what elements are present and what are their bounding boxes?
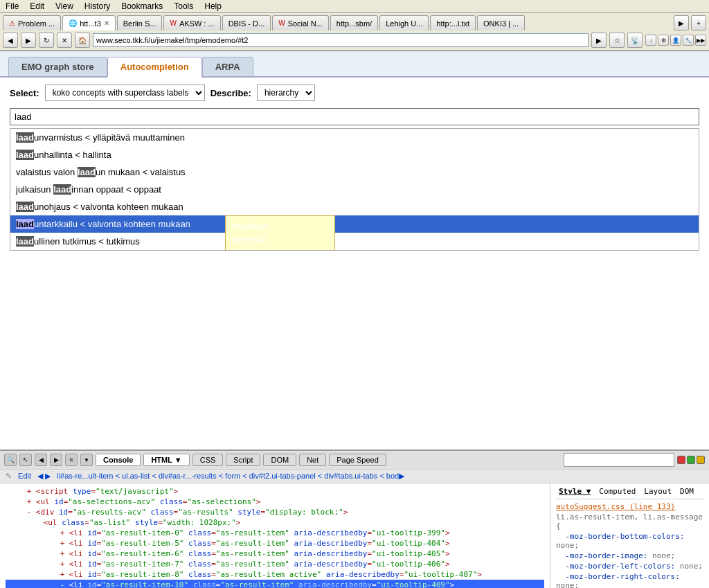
highlight-3: laad [53, 184, 71, 195]
devtools-toolbar: 🔍 ↖ ◀ ▶ ≡ ▼ Console HTML ▼ CSS Script DO… [0, 451, 709, 470]
tooltip-line-1: prosessit [233, 233, 327, 247]
nav-extra-5[interactable]: ▶▶ [695, 35, 706, 46]
html-line-8[interactable]: + <li id="as-result-item-8" class="as-re… [6, 569, 544, 580]
tab-close-icon[interactable]: ✕ [104, 19, 109, 27]
browser-tab-5[interactable]: W Social N... [272, 15, 329, 30]
devtools-tab-script[interactable]: Script [226, 454, 260, 466]
devtools-edit-btn[interactable]: Edit [18, 472, 31, 480]
devtools-icon-forward[interactable]: ▶ [50, 454, 62, 466]
ac-pre-3: julkaisun [16, 184, 53, 195]
app-tab-autocompletion[interactable]: Autocompletion [107, 57, 202, 78]
stop-btn[interactable]: ✕ [57, 33, 72, 48]
menu-file[interactable]: File [6, 1, 19, 11]
html-line-3[interactable]: <ul class="as-list" style="width: 1028px… [6, 517, 544, 528]
nav-extra-1[interactable]: ↓ [645, 35, 656, 46]
nav-bar: ◀ ▶ ↻ ✕ 🏠 ▶ ☆ 📡 ↓ ⚙ 👤 🔧 ▶▶ [0, 30, 709, 51]
breadcrumb-text: li#as-re...ult-item < ul.as-list < div#a… [57, 472, 404, 480]
highlight-0: laad [16, 132, 34, 143]
menu-bookmarks[interactable]: Bookmarks [121, 1, 163, 11]
browser-tab-4[interactable]: DBIS - D... [222, 15, 271, 30]
devtools-tab-console[interactable]: Console [96, 454, 141, 466]
search-input[interactable] [10, 108, 699, 125]
browser-menu-bar: File Edit View History Bookmarks Tools H… [0, 0, 709, 51]
go-btn[interactable]: ▶ [591, 33, 607, 48]
html-line-5[interactable]: + <li id="as-result-item-5" class="as-re… [6, 538, 544, 549]
reload-btn[interactable]: ↻ [39, 33, 54, 48]
devtools-icon-pointer[interactable]: ↖ [19, 454, 32, 466]
home-btn[interactable]: 🏠 [75, 33, 90, 48]
ac-item-6[interactable]: laadullinen tutkimus < tutkimus [10, 233, 699, 250]
devtools-tab-dom[interactable]: DOM [263, 454, 296, 466]
devtools-icon-nav: ◀ ▶ [37, 472, 51, 480]
browser-tab-2[interactable]: Berlin S... [117, 15, 163, 30]
style-source-link[interactable]: autoSuggest.css (line 133) [556, 502, 675, 511]
ac-item-4[interactable]: laadunohjaus < valvonta kohteen mukaan [10, 198, 699, 215]
menu-view[interactable]: View [55, 1, 73, 11]
html-line-4[interactable]: + <li id="as-result-item-0" class="as-re… [6, 528, 544, 538]
address-bar[interactable] [93, 33, 589, 47]
devtools-icon-down[interactable]: ▼ [80, 454, 93, 466]
style-tab-computed[interactable]: Computed [596, 486, 638, 497]
autocomplete-list: laadunvarmistus < ylläpitävä muuttaminen… [10, 128, 699, 251]
nav-extra-3[interactable]: 👤 [670, 35, 681, 46]
dot-yellow [697, 456, 705, 464]
browser-tab-9[interactable]: ONKI3 | ... [477, 15, 525, 30]
devtools-main: + <script type="text/javascript"> + <ul … [0, 483, 709, 588]
nav-extra-2[interactable]: ⚙ [658, 35, 669, 46]
tooltip-line-0: muuttuva [233, 220, 327, 233]
ac-item-2[interactable]: valaistus valon laadun mukaan < valaistu… [10, 163, 699, 181]
style-tab-dom[interactable]: DOM [677, 486, 697, 497]
devtools-icon-inspect[interactable]: 🔍 [4, 454, 17, 466]
style-tab-style[interactable]: Style ▼ [556, 486, 593, 497]
new-tab-btn[interactable]: + [691, 15, 706, 30]
ac-item-5[interactable]: laaduntarkkailu < valvonta kohteen mukaa… [10, 215, 699, 233]
more-tabs-btn[interactable]: ▶ [674, 15, 689, 30]
menu-tools[interactable]: Tools [174, 1, 193, 11]
back-btn[interactable]: ◀ [3, 33, 18, 48]
concept-select[interactable]: koko concepts with superclass labels [45, 84, 205, 101]
menu-history[interactable]: History [84, 1, 110, 11]
html-line-7[interactable]: + <li id="as-result-item-7" class="as-re… [6, 559, 544, 569]
devtools-tab-css[interactable]: CSS [192, 454, 224, 466]
describe-select[interactable]: hierarchy [257, 84, 315, 101]
menu-bar: File Edit View History Bookmarks Tools H… [0, 0, 709, 13]
html-line-2[interactable]: - <div id="as-results-acv" class="as-res… [6, 507, 544, 517]
menu-edit[interactable]: Edit [30, 1, 44, 11]
forward-btn[interactable]: ▶ [21, 33, 36, 48]
browser-tab-8[interactable]: http:...l.txt [430, 15, 476, 30]
bookmark-star[interactable]: ☆ [609, 33, 625, 48]
devtools-style-panel: Style ▼ Computed Layout DOM autoSuggest.… [550, 483, 709, 588]
app-tab-arpa[interactable]: ARPA [202, 57, 253, 76]
ac-post-3: innan oppaat < oppaat [71, 184, 161, 195]
devtools-icon-edit[interactable]: ✎ [6, 472, 12, 480]
menu-help[interactable]: Help [204, 1, 222, 11]
style-rule-source: autoSuggest.css (line 133) [556, 502, 703, 511]
browser-tab-1[interactable]: 🌐 htt...t3 ✕ [62, 15, 116, 30]
devtools-tab-pagespeed[interactable]: Page Speed [329, 454, 386, 466]
style-tab-layout[interactable]: Layout [641, 486, 674, 497]
ac-item-3[interactable]: julkaisun laadinnan oppaat < oppaat [10, 181, 699, 198]
ac-post-2: un mukaan < valaistus [96, 167, 186, 177]
style-header: Style ▼ Computed Layout DOM [556, 486, 703, 499]
ac-item-0[interactable]: laadunvarmistus < ylläpitävä muuttaminen [10, 129, 699, 146]
devtools-icon-back[interactable]: ◀ [35, 454, 47, 466]
devtools-html-panel: + <script type="text/javascript"> + <ul … [0, 483, 550, 588]
devtools-search-input[interactable] [564, 453, 674, 467]
devtools-icon-menu[interactable]: ≡ [65, 454, 78, 466]
tooltip-box: muuttuva prosessit toiminta havainnointi… [225, 215, 335, 251]
browser-tab-0[interactable]: ⚠ Problem ... [3, 15, 61, 30]
highlight-4: laad [16, 202, 34, 212]
devtools-tab-net[interactable]: Net [299, 454, 326, 466]
browser-tab-3[interactable]: W AKSW : ... [163, 15, 220, 30]
html-line-0[interactable]: + <script type="text/javascript"> [6, 486, 544, 497]
rss-btn[interactable]: 📡 [627, 33, 643, 48]
html-line-6[interactable]: + <li id="as-result-item-6" class="as-re… [6, 549, 544, 559]
browser-tab-6[interactable]: http...sbm/ [330, 15, 378, 30]
nav-extra-4[interactable]: 🔧 [683, 35, 694, 46]
devtools-tab-html[interactable]: HTML ▼ [143, 454, 189, 466]
ac-item-1[interactable]: laadunhallinta < hallinta [10, 146, 699, 163]
browser-tab-7[interactable]: Lehigh U... [379, 15, 429, 30]
html-line-9[interactable]: - <li id="as-result-item-10" class="as-r… [6, 580, 544, 588]
html-line-1[interactable]: + <ul id="as-selections-acv" class="as-s… [6, 497, 544, 507]
app-tab-emo[interactable]: EMO graph store [8, 57, 107, 76]
